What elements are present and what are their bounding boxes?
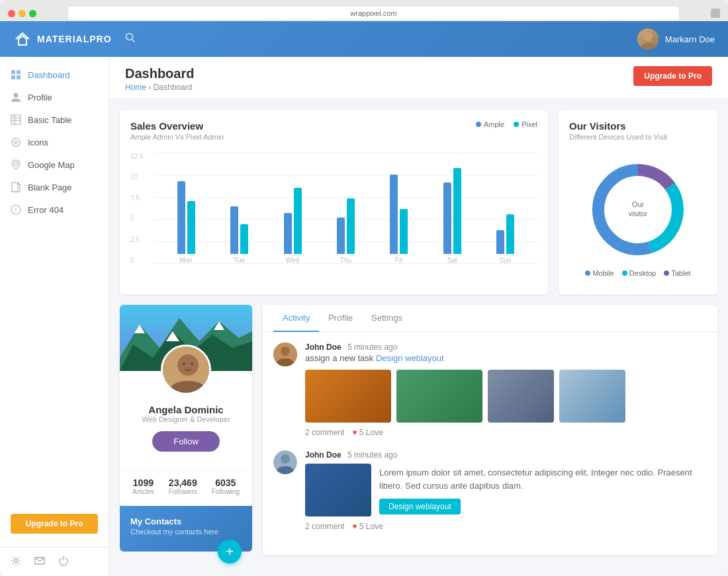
donut-container: Our visitor Mobile Desktop [569,150,707,284]
sidebar-item-dashboard[interactable]: Dashboard [0,63,109,86]
user-name: Markarn Doe [665,34,715,44]
svg-text:visitor: visitor [629,210,648,218]
sidebar-footer [0,547,109,576]
stat-following: 6035 Following [212,477,240,495]
post2-design-button[interactable]: Design weblayout [379,499,461,514]
browser-icon-refresh[interactable] [711,9,720,18]
bar-tue-pixel [240,224,248,254]
followers-label: Followers [169,488,197,495]
bar-group-mon: Mon [177,181,195,264]
table-icon [11,114,21,125]
activity-post-1: John Doe 5 minutes ago assign a new task… [273,343,707,437]
bar-group-sun: Sun [496,214,514,264]
profile-info: Angela Dominic Web Designer & Developer … [120,395,252,465]
bar-tue-ample [230,206,238,254]
sidebar-item-google-map[interactable]: Google Map [0,153,109,176]
post1-avatar [273,343,297,366]
sidebar-item-profile[interactable]: Profile [0,86,109,108]
contacts-card: My Contacts Checkout my contacts here + [120,506,252,552]
sales-card-header: Sales Overview Ample Admin Vs Pixel Admi… [130,120,537,150]
post2-footer: 2 comment ♥ 5 Love [305,522,707,531]
svg-point-7 [14,93,19,98]
post1-images [305,370,707,423]
icons-icon [11,137,21,147]
mail-icon[interactable] [34,555,45,568]
sales-overview-card: Sales Overview Ample Admin Vs Pixel Admi… [120,110,548,294]
activity-panel: Activity Profile Settings [263,305,717,555]
app-container: MATERIALPRO Markarn Doe [0,21,728,576]
breadcrumb: Home › Dashboard [125,83,194,92]
page-title-block: Dashboard Home › Dashboard [125,66,194,92]
post1-img4 [559,370,625,423]
svg-point-12 [12,138,20,146]
followers-count: 23,469 [169,477,197,488]
power-icon[interactable] [58,555,69,568]
bar-thu-pixel [347,198,355,254]
bar-group-fri: Fri [390,175,408,264]
articles-count: 1099 [132,477,154,488]
heart-icon-2: ♥ [352,522,357,531]
profile-name: Angela Dominic [128,404,244,415]
sidebar-item-icons[interactable]: Icons [0,131,109,153]
tab-settings[interactable]: Settings [362,305,412,332]
contacts-fab-button[interactable]: + [218,540,242,563]
svg-rect-3 [11,70,15,74]
profile-avatar [161,345,211,395]
search-icon[interactable] [125,32,136,46]
bar-group-sat: Sat [443,168,461,264]
activity-post-2: John Doe 5 minutes ago Lorem ipsum dolor… [273,450,707,531]
sidebar-upgrade-button[interactable]: Upgrade to Pro [11,514,98,534]
post2-body: John Doe 5 minutes ago Lorem ipsum dolor… [305,450,707,531]
error-icon [11,204,21,215]
svg-point-43 [191,362,193,365]
profile-icon [11,92,21,103]
svg-rect-8 [11,115,21,124]
upgrade-to-pro-button[interactable]: Upgrade to Pro [633,66,712,86]
browser-dots [8,10,36,17]
sidebar-item-blank-page[interactable]: Blank Page [0,176,109,198]
visitors-card: Our Visitors Different Devices Used to V… [559,110,717,294]
desktop-dot [622,270,627,276]
tabs: Activity Profile Settings [263,305,717,332]
visitors-subtitle: Different Devices Used to Visit [569,133,707,141]
browser-chrome: wrappixel.com [0,0,728,21]
tab-profile[interactable]: Profile [319,305,362,332]
svg-point-45 [281,347,290,356]
brand-icon [13,32,32,46]
svg-rect-6 [17,75,21,79]
svg-point-2 [643,32,653,41]
sidebar-item-error404[interactable]: Error 404 [0,198,109,221]
post2-img [305,464,371,516]
post1-link[interactable]: Design weblayout [376,353,444,363]
legend-pixel: Pixel [514,120,537,128]
sidebar: Dashboard Profile Basic Table [0,57,109,576]
tab-activity[interactable]: Activity [273,305,319,332]
legend-ample: Ample [476,120,504,128]
stat-followers: 23,469 Followers [169,477,197,495]
stat-articles: 1099 Articles [132,477,154,495]
dot-yellow[interactable] [19,10,26,17]
browser-url-bar[interactable]: wrappixel.com [68,7,679,20]
profile-card: Angela Dominic Web Designer & Developer … [120,305,252,506]
sales-title: Sales Overview [130,120,224,132]
legend-desktop: Desktop [622,269,656,277]
svg-point-18 [14,161,18,165]
svg-point-13 [15,141,17,144]
sales-subtitle: Ample Admin Vs Pixel Admin [130,133,224,141]
post1-footer: 2 comment ♥ 5 Love [305,428,707,437]
contacts-title: My Contacts [130,516,242,526]
follow-button[interactable]: Follow [152,431,220,452]
bottom-row: Angela Dominic Web Designer & Developer … [120,305,717,555]
dot-green[interactable] [29,10,36,17]
dot-red[interactable] [8,10,15,17]
contacts-subtitle: Checkout my contacts here [130,528,242,536]
profile-stats: 1099 Articles 23,469 Followers 6035 Foll… [120,470,252,506]
heart-icon: ♥ [352,428,357,437]
brand: MATERIALPRO [13,32,112,46]
post2-avatar [273,450,297,474]
breadcrumb-home[interactable]: Home [125,83,146,92]
sidebar-item-basic-table[interactable]: Basic Table [0,108,109,131]
settings-icon[interactable] [11,555,21,568]
dashboard-content: Sales Overview Ample Admin Vs Pixel Admi… [109,99,728,565]
bar-mon-ample [177,181,185,254]
